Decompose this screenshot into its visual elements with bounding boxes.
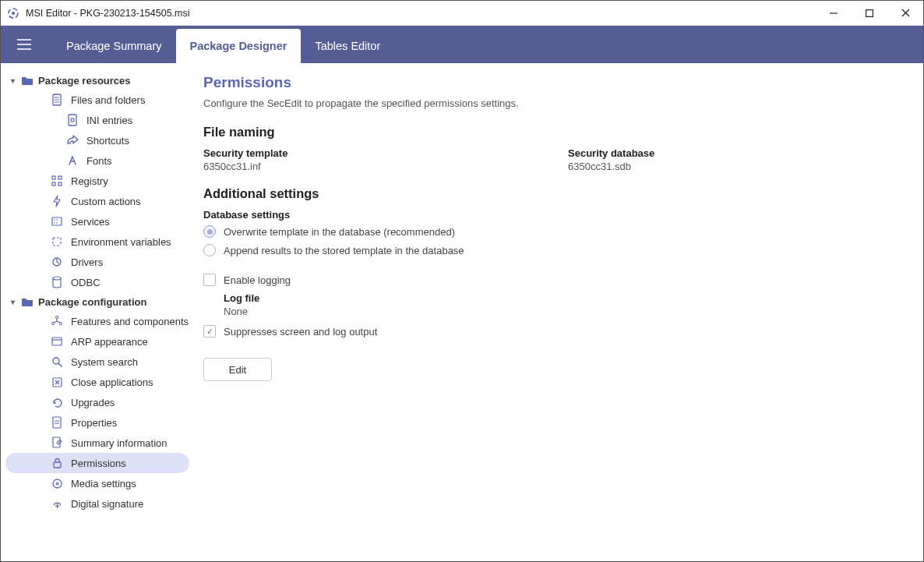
edit-button[interactable]: Edit (203, 358, 272, 381)
chevron-down-icon: ▾ (9, 298, 16, 306)
sidebar-item-label: Drivers (71, 256, 103, 268)
sidebar-item-label: Custom actions (71, 196, 141, 207)
sidebar-item-label: INI entries (86, 115, 132, 126)
tree-group-resources[interactable]: ▾ Package resources (5, 71, 189, 90)
sidebar-item-ini[interactable]: INI entries (5, 110, 189, 130)
section-additional: Additional settings (203, 186, 901, 201)
file-naming-row: Security template 6350cc31.inf Security … (203, 147, 901, 172)
sidebar-item-features[interactable]: Features and components (5, 311, 189, 331)
close-button[interactable] (887, 1, 923, 26)
svg-point-23 (56, 222, 58, 224)
svg-rect-18 (58, 182, 62, 186)
svg-point-22 (54, 222, 55, 224)
titlebar-controls (816, 1, 923, 26)
sidebar-item-label: Permissions (71, 458, 126, 469)
sidebar-item-label: System search (71, 356, 138, 368)
sidebar-item-label: Shortcuts (86, 135, 129, 147)
sidebar-item-label: Features and components (71, 316, 189, 327)
sidebar-item-properties[interactable]: Properties (5, 412, 189, 433)
svg-rect-17 (52, 182, 55, 186)
properties-icon (51, 416, 63, 429)
security-database-label: Security database (568, 147, 901, 159)
sidebar-item-label: Files and folders (71, 94, 145, 106)
minimize-button[interactable] (816, 1, 852, 26)
log-file-label: Log file (224, 292, 901, 304)
sidebar-item-summary-info[interactable]: Summary information (5, 433, 189, 453)
close-app-icon (51, 376, 63, 388)
sidebar-item-files-folders[interactable]: Files and folders (5, 90, 189, 110)
radio-append[interactable]: Append results to the stored template in… (203, 244, 901, 256)
radio-overwrite[interactable]: Overwrite template in the database (reco… (203, 225, 901, 238)
sidebar-item-label: Environment variables (71, 236, 171, 248)
sidebar-item-label: ARP appearance (71, 336, 148, 348)
sidebar-item-env-vars[interactable]: Environment variables (5, 232, 189, 252)
sidebar-item-fonts[interactable]: Fonts (5, 150, 189, 171)
tree-group-config[interactable]: ▾ Package configuration (5, 292, 189, 311)
page-title: Permissions (203, 74, 901, 91)
folder-icon (21, 74, 34, 87)
radio-icon (203, 225, 216, 238)
lightning-icon (51, 195, 63, 207)
sidebar-item-label: Registry (71, 175, 108, 187)
sidebar-item-label: Close applications (71, 376, 153, 388)
svg-point-1 (12, 12, 15, 15)
sidebar-item-shortcuts[interactable]: Shortcuts (5, 130, 189, 150)
content-panel: Permissions Configure the SecEdit to pro… (194, 63, 923, 561)
sidebar-item-system-search[interactable]: System search (5, 352, 189, 372)
search-icon (51, 355, 63, 368)
app-logo-icon (7, 7, 19, 19)
sidebar-item-custom-actions[interactable]: Custom actions (5, 191, 189, 211)
section-file-naming: File naming (203, 125, 901, 140)
sidebar: ▾ Package resources Files and folders IN… (1, 63, 194, 561)
svg-rect-36 (53, 417, 61, 428)
page-subtitle: Configure the SecEdit to propagate the s… (203, 97, 901, 109)
sidebar-item-label: Services (71, 216, 110, 228)
database-icon (51, 276, 63, 288)
svg-rect-13 (69, 115, 76, 125)
radio-label: Overwrite template in the database (reco… (224, 226, 455, 238)
fingerprint-icon (51, 497, 63, 510)
svg-rect-15 (52, 176, 55, 179)
sidebar-item-close-apps[interactable]: Close applications (5, 372, 189, 392)
svg-rect-19 (52, 217, 62, 225)
chevron-down-icon: ▾ (9, 76, 16, 85)
sidebar-item-label: Media settings (71, 478, 136, 490)
log-file-value: None (224, 306, 901, 317)
components-icon (51, 315, 63, 327)
svg-point-20 (54, 219, 55, 221)
titlebar: MSI Editor - PKG-230213-154505.msi (1, 1, 923, 26)
tab-package-summary[interactable]: Package Summary (52, 29, 176, 63)
svg-rect-29 (52, 338, 62, 345)
svg-rect-40 (54, 462, 61, 468)
radio-icon (203, 244, 216, 256)
checkbox-enable-logging[interactable]: Enable logging (203, 274, 901, 286)
sidebar-item-odbc[interactable]: ODBC (5, 272, 189, 292)
folder-icon (21, 295, 34, 308)
maximize-button[interactable] (852, 1, 887, 26)
sidebar-item-drivers[interactable]: Drivers (5, 252, 189, 272)
svg-rect-16 (58, 176, 62, 179)
registry-icon (51, 175, 63, 187)
tab-tables-editor[interactable]: Tables Editor (301, 29, 394, 63)
sidebar-item-permissions[interactable]: Permissions (5, 453, 189, 473)
sidebar-item-label: Properties (71, 417, 117, 429)
sidebar-item-label: ODBC (71, 277, 101, 288)
checkbox-label: Suppresses screen and log output (224, 326, 377, 338)
log-file-field: Log file None (224, 292, 901, 317)
sidebar-item-label: Digital signature (71, 498, 143, 510)
security-database-field: Security database 6350cc31.sdb (568, 147, 901, 172)
checkbox-icon: ✓ (203, 325, 216, 338)
sidebar-item-upgrades[interactable]: Upgrades (5, 392, 189, 412)
sidebar-item-media[interactable]: Media settings (5, 473, 189, 493)
security-template-value: 6350cc31.inf (203, 161, 537, 172)
titlebar-left: MSI Editor - PKG-230213-154505.msi (7, 7, 190, 19)
sidebar-item-digital-signature[interactable]: Digital signature (5, 493, 189, 514)
tab-package-designer[interactable]: Package Designer (176, 29, 302, 63)
sidebar-item-arp[interactable]: ARP appearance (5, 331, 189, 352)
svg-line-32 (58, 363, 62, 366)
hamburger-menu[interactable] (9, 29, 40, 60)
svg-point-25 (53, 277, 61, 280)
sidebar-item-services[interactable]: Services (5, 211, 189, 232)
checkbox-suppress-output[interactable]: ✓ Suppresses screen and log output (203, 325, 901, 338)
sidebar-item-registry[interactable]: Registry (5, 171, 189, 191)
